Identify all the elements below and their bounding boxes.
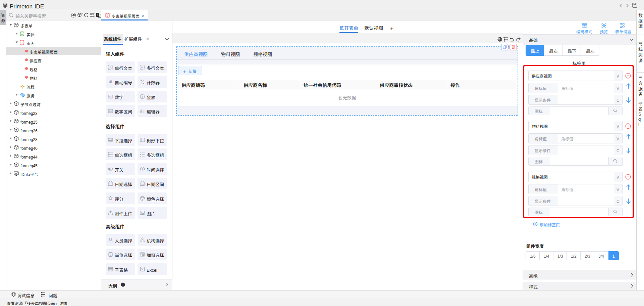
- svg-text:8: 8: [110, 253, 111, 256]
- svg-text:A: A: [109, 65, 111, 70]
- svg-text:#: #: [109, 79, 112, 84]
- svg-text:i: i: [123, 282, 123, 287]
- svg-text:A: A: [140, 108, 143, 113]
- svg-text:123: 123: [109, 95, 112, 98]
- svg-text:1~3: 1~3: [109, 110, 112, 113]
- svg-text:A: A: [141, 65, 143, 69]
- svg-text:¥: ¥: [141, 94, 143, 98]
